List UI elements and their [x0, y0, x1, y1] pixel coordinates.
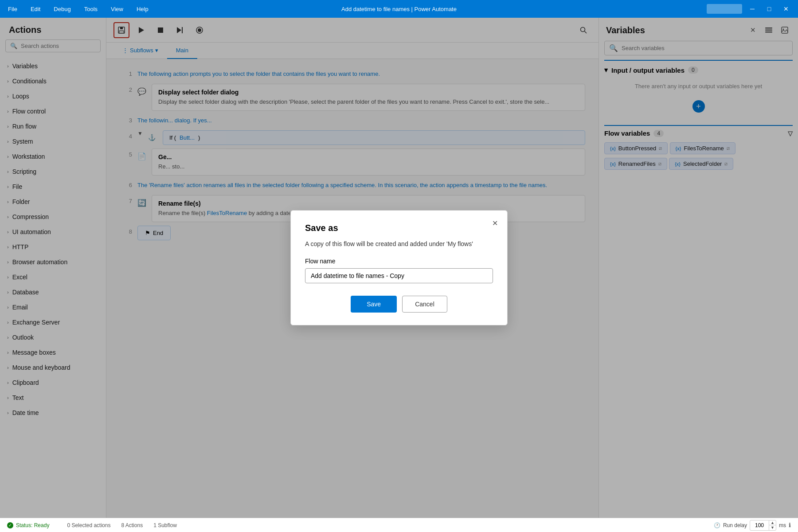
- save-button[interactable]: Save: [351, 296, 397, 313]
- menu-tools[interactable]: Tools: [82, 4, 100, 14]
- flow-name-input[interactable]: [305, 268, 493, 283]
- run-delay-input[interactable]: [750, 521, 769, 529]
- menu-view[interactable]: View: [108, 4, 126, 14]
- title-bar: File Edit Debug Tools View Help Add date…: [0, 0, 798, 18]
- maximize-button[interactable]: □: [763, 2, 776, 16]
- run-delay-info-icon: ℹ: [789, 522, 791, 528]
- menu-debug[interactable]: Debug: [51, 4, 73, 14]
- menu-edit[interactable]: Edit: [28, 4, 43, 14]
- flow-name-label: Flow name: [305, 258, 493, 265]
- subflow-count: 1 Subflow: [153, 522, 177, 528]
- cancel-button[interactable]: Cancel: [402, 296, 447, 313]
- modal-description: A copy of this flow will be created and …: [305, 239, 493, 249]
- run-delay-label: Run delay: [723, 522, 747, 528]
- modal-buttons: Save Cancel: [305, 296, 493, 313]
- delay-down-arrow[interactable]: ▼: [769, 525, 776, 530]
- run-delay-control: 🕐 Run delay ▲ ▼ ms ℹ: [714, 520, 791, 531]
- status-icon: ✓: [7, 522, 13, 528]
- run-delay-input-group[interactable]: ▲ ▼: [750, 520, 776, 531]
- save-as-modal: Save as ✕ A copy of this flow will be cr…: [290, 210, 508, 325]
- user-avatar: [707, 4, 742, 14]
- delay-up-arrow[interactable]: ▲: [769, 520, 776, 525]
- menu-file[interactable]: File: [5, 4, 20, 14]
- close-button[interactable]: ✕: [779, 2, 793, 16]
- status-bar: ✓ Status: Ready 0 Selected actions 8 Act…: [0, 518, 798, 532]
- run-delay-unit: ms: [779, 522, 786, 528]
- minimize-button[interactable]: ─: [746, 2, 759, 16]
- menu-bar: File Edit Debug Tools View Help: [5, 4, 151, 14]
- clock-icon: 🕐: [714, 522, 720, 528]
- total-actions-count: 8 Actions: [121, 522, 143, 528]
- menu-help[interactable]: Help: [134, 4, 151, 14]
- selected-actions-count: 0 Selected actions: [67, 522, 110, 528]
- window-title: Add datetime to file names | Power Autom…: [341, 6, 457, 12]
- modal-title: Save as: [305, 223, 493, 233]
- status-label: Status: Ready: [16, 522, 49, 528]
- modal-close-button[interactable]: ✕: [489, 217, 501, 229]
- modal-overlay: Save as ✕ A copy of this flow will be cr…: [0, 18, 798, 518]
